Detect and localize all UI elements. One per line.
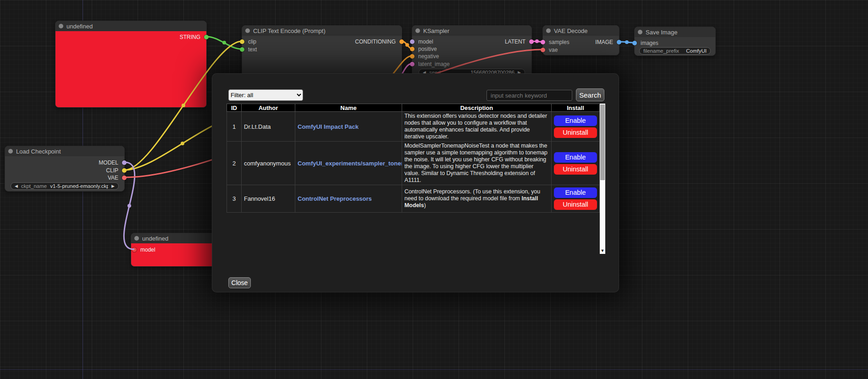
model-slot-icon[interactable] [410,39,415,44]
extension-link[interactable]: ControlNet Preprocessors [298,195,372,202]
graph-canvas[interactable]: undefined STRING CLIP Text Encode (Promp… [0,0,868,379]
conditioning-slot-icon[interactable] [399,39,404,44]
increment-arrow-icon[interactable]: ▶ [111,184,115,188]
wire-midpoint-dot [405,43,409,47]
column-header-description: Description [402,104,552,112]
clip-slot-icon[interactable] [122,168,127,173]
extension-install-cell: Enable Uninstall [552,185,600,213]
collapse-dot-icon[interactable] [546,28,551,33]
node-header[interactable]: CLIP Text Encode (Prompt) [242,26,402,36]
enable-button[interactable]: Enable [554,152,597,163]
string-output-slot[interactable]: STRING [180,34,209,40]
uninstall-button[interactable]: Uninstall [554,199,597,210]
clip-input-slot[interactable]: clip [240,38,256,45]
collapse-dot-icon[interactable] [59,24,63,28]
string-slot-icon[interactable] [240,47,244,52]
node-header[interactable]: Load Checkpoint [5,146,124,156]
image-output-slot[interactable]: IMAGE [595,39,621,45]
clip-slot-icon[interactable] [240,39,244,44]
conditioning-slot-icon[interactable] [410,54,415,59]
vae-slot-icon[interactable] [541,48,545,52]
ckpt-name-widget[interactable]: ◀ ckpt_name v1-5-pruned-emaonly.ckpt ▶ [11,182,119,190]
clip-output-slot[interactable]: CLIP [106,167,127,174]
wire-midpoint-dot [625,40,629,44]
node-save-image[interactable]: Save Image images filename_prefix ComfyU… [634,27,716,56]
images-input-slot[interactable]: images [632,40,658,46]
wire-midpoint-dot [222,41,226,44]
vae-output-slot[interactable]: VAE [108,175,127,181]
positive-input-slot[interactable]: positive [410,46,437,52]
vae-input-slot[interactable]: vae [541,47,558,53]
node-header[interactable]: KSampler [412,26,531,36]
collapse-dot-icon[interactable] [638,30,642,34]
node-load-checkpoint[interactable]: Load Checkpoint MODEL CLIP VAE ◀ ckpt_na… [5,146,125,192]
column-header-author: Author [242,104,295,112]
node-undefined-top[interactable]: undefined STRING [55,21,207,108]
extensions-table-area: ID Author Name Description Install 1 Dr.… [227,104,605,254]
node-title: undefined [142,235,168,242]
extension-link[interactable]: ComfyUI Impact Pack [298,123,359,130]
wire-midpoint-dot [181,142,184,145]
text-input-slot[interactable]: text [240,46,257,53]
model-input-slot[interactable]: model [132,247,155,253]
enable-button[interactable]: Enable [554,115,597,126]
filter-select[interactable]: Filter: all [228,89,303,101]
collapse-dot-icon[interactable] [8,149,13,154]
uninstall-button[interactable]: Uninstall [554,127,597,138]
extension-author: comfyanonymous [242,142,295,185]
node-title: Save Image [646,29,677,36]
extension-description: ModelSamplerTonemapNoiseTest a node that… [402,142,552,185]
image-slot-icon[interactable] [632,41,637,45]
latent-output-slot[interactable]: LATENT [505,38,534,45]
vae-slot-icon[interactable] [122,176,127,180]
model-input-slot[interactable]: model [410,38,433,45]
node-undefined-bottom[interactable]: undefined model [131,233,218,267]
close-button[interactable]: Close [228,277,251,288]
model-slot-icon[interactable] [122,160,127,165]
latent-slot-icon[interactable] [529,39,534,44]
node-title: KSampler [423,27,449,34]
latent-image-input-slot[interactable]: latent_image [410,61,450,67]
node-title: VAE Decode [554,27,587,34]
filename-prefix-widget[interactable]: filename_prefix ComfyUI [639,47,711,55]
latent-slot-icon[interactable] [410,62,415,66]
search-button[interactable]: Search [576,88,604,101]
node-vae-decode[interactable]: VAE Decode samples vae IMAGE [542,25,619,55]
image-slot-icon[interactable] [617,40,621,44]
extension-id: 1 [227,112,242,142]
node-header[interactable]: Save Image [635,27,715,37]
collapse-dot-icon[interactable] [415,28,420,33]
column-header-install: Install [552,104,600,112]
extension-link[interactable]: ComfyUI_experiments/sampler_tonemap [298,160,402,167]
scrollbar-down-arrow-icon[interactable]: ▼ [600,248,605,254]
extensions-table: ID Author Name Description Install 1 Dr.… [227,104,600,213]
conditioning-output-slot[interactable]: CONDITIONING [355,38,404,45]
table-scrollbar[interactable]: ▼ [600,104,605,254]
extension-row: 2 comfyanonymous ComfyUI_experiments/sam… [227,142,600,185]
collapse-dot-icon[interactable] [134,236,139,241]
scrollbar-thumb[interactable] [600,104,605,180]
missing-slot-icon[interactable] [132,247,137,252]
node-header[interactable]: undefined [55,21,206,31]
conditioning-slot-icon[interactable] [410,47,415,51]
node-title: undefined [66,23,93,30]
extension-id: 3 [227,185,242,213]
node-header[interactable]: undefined [131,233,217,243]
model-output-slot[interactable]: MODEL [99,159,127,166]
latent-slot-icon[interactable] [541,40,545,44]
samples-input-slot[interactable]: samples [541,39,569,45]
extension-author: Fannovel16 [242,185,295,213]
extension-description: This extension offers various detector n… [402,112,552,142]
search-input[interactable] [487,90,572,101]
negative-input-slot[interactable]: negative [410,53,439,60]
extension-author: Dr.Lt.Data [242,112,295,142]
node-header[interactable]: VAE Decode [543,26,619,36]
decrement-arrow-icon[interactable]: ◀ [15,184,18,188]
node-title: CLIP Text Encode (Prompt) [253,27,326,34]
extension-row: 3 Fannovel16 ControlNet Preprocessors Co… [227,185,600,213]
uninstall-button[interactable]: Uninstall [554,164,597,175]
collapse-dot-icon[interactable] [245,28,250,33]
string-slot-icon[interactable] [204,35,209,39]
extension-install-cell: Enable Uninstall [552,112,600,142]
enable-button[interactable]: Enable [554,187,597,198]
